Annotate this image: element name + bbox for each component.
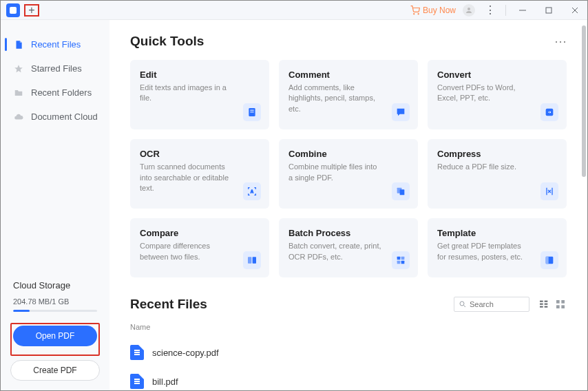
- svg-rect-8: [250, 110, 253, 111]
- svg-rect-28: [545, 304, 548, 305]
- svg-rect-30: [556, 300, 560, 304]
- search-icon: [459, 300, 467, 308]
- file-name: bill.pdf: [152, 377, 178, 387]
- cloud-storage-title: Cloud Storage: [13, 280, 97, 290]
- template-icon: [540, 251, 558, 269]
- tool-desc: Add comments, like highlights, pencil, s…: [288, 83, 382, 114]
- tool-template[interactable]: Template Get great PDF templates for res…: [428, 218, 567, 277]
- svg-rect-33: [561, 305, 565, 308]
- tool-desc: Convert PDFs to Word, Excel, PPT, etc.: [437, 83, 531, 104]
- maximize-button[interactable]: [539, 2, 558, 19]
- sidebar-item-label: Recent Folders: [31, 87, 92, 98]
- svg-rect-16: [397, 257, 401, 260]
- svg-rect-13: [400, 190, 405, 196]
- svg-rect-21: [546, 257, 549, 264]
- main-content: Quick Tools ⋯ Edit Edit texts and images…: [109, 20, 587, 390]
- close-button[interactable]: [565, 2, 585, 19]
- tool-title: Edit: [140, 70, 260, 80]
- quick-tools-grid: Edit Edit texts and images in a file. Co…: [130, 60, 567, 277]
- file-name: science-copy.pdf: [152, 348, 219, 358]
- tool-edit[interactable]: Edit Edit texts and images in a file.: [130, 60, 269, 129]
- compress-icon: [540, 182, 558, 200]
- app-logo-icon: [6, 3, 20, 17]
- svg-rect-15: [253, 257, 256, 263]
- svg-rect-14: [248, 257, 251, 263]
- tool-convert[interactable]: Convert Convert PDFs to Word, Excel, PPT…: [428, 60, 567, 129]
- tool-compare[interactable]: Compare Compare differences between two …: [130, 218, 269, 277]
- tool-title: Combine: [288, 149, 408, 159]
- tool-desc: Compare differences between two files.: [140, 241, 233, 262]
- batch-icon: [392, 251, 410, 269]
- minimize-button[interactable]: [513, 2, 532, 19]
- compare-icon: [243, 251, 261, 269]
- cloud-storage-usage: 204.78 MB/1 GB: [13, 297, 97, 306]
- tool-batch-process[interactable]: Batch Process Batch convert, create, pri…: [279, 218, 418, 277]
- svg-rect-25: [540, 304, 543, 305]
- more-menu-button[interactable]: ⋮: [482, 3, 498, 17]
- tool-desc: Get great PDF templates for resumes, pos…: [437, 241, 531, 262]
- column-header-name: Name: [130, 320, 567, 338]
- sidebar-item-label: Document Cloud: [31, 112, 98, 122]
- tool-ocr[interactable]: OCR Turn scanned documents into searchab…: [130, 139, 269, 209]
- search-input[interactable]: [470, 300, 525, 308]
- tool-desc: Batch convert, create, print, OCR PDFs, …: [288, 241, 382, 262]
- tool-desc: Turn scanned documents into searchable o…: [140, 162, 233, 193]
- buy-now-link[interactable]: Buy Now: [410, 6, 456, 15]
- folder-icon: [13, 88, 24, 98]
- cart-icon: [410, 6, 420, 15]
- sidebar: Recent Files Starred Files Recent Folder…: [1, 20, 109, 390]
- tool-desc: Reduce a PDF file size.: [437, 162, 531, 172]
- svg-line-23: [464, 306, 466, 308]
- tool-title: Convert: [437, 70, 557, 80]
- quick-tools-title: Quick Tools: [130, 34, 204, 49]
- pdf-file-icon: [130, 345, 144, 360]
- sidebar-item-document-cloud[interactable]: Document Cloud: [1, 105, 109, 129]
- scrollbar[interactable]: [582, 25, 586, 177]
- edit-icon: [243, 103, 261, 121]
- tool-title: Template: [437, 228, 557, 238]
- file-row[interactable]: science-copy.pdf: [130, 338, 567, 367]
- cloud-icon: [13, 112, 24, 122]
- tool-comment[interactable]: Comment Add comments, like highlights, p…: [279, 60, 418, 129]
- open-pdf-button[interactable]: Open PDF: [13, 326, 97, 346]
- convert-icon: [540, 103, 558, 121]
- file-row[interactable]: bill.pdf: [130, 367, 567, 390]
- tool-title: Compress: [437, 149, 557, 159]
- recent-files-title: Recent Files: [130, 297, 207, 312]
- tool-compress[interactable]: Compress Reduce a PDF file size.: [428, 139, 567, 209]
- tool-combine[interactable]: Combine Combine multiple files into a si…: [279, 139, 418, 209]
- tool-title: Compare: [140, 228, 260, 238]
- account-icon[interactable]: [463, 4, 475, 17]
- sidebar-item-recent-files[interactable]: Recent Files: [1, 32, 109, 56]
- sidebar-item-recent-folders[interactable]: Recent Folders: [1, 81, 109, 105]
- svg-text:A: A: [251, 189, 253, 193]
- list-view-button[interactable]: [538, 298, 550, 310]
- tool-title: Comment: [288, 70, 408, 80]
- comment-icon: [392, 103, 410, 121]
- grid-view-button[interactable]: [554, 298, 567, 310]
- divider: [505, 5, 506, 16]
- ocr-icon: A: [243, 182, 261, 200]
- create-pdf-button[interactable]: Create PDF: [10, 360, 100, 381]
- svg-rect-26: [540, 306, 543, 308]
- combine-icon: [392, 182, 410, 200]
- svg-point-2: [468, 8, 470, 10]
- quick-tools-more-button[interactable]: ⋯: [554, 34, 567, 49]
- cloud-storage-bar: [13, 310, 97, 312]
- star-icon: [13, 64, 24, 74]
- new-tab-button[interactable]: +: [24, 4, 39, 17]
- svg-rect-17: [401, 257, 405, 260]
- svg-rect-4: [546, 8, 552, 13]
- search-input-wrapper[interactable]: [454, 297, 529, 312]
- buy-now-label: Buy Now: [423, 6, 456, 15]
- file-icon: [13, 40, 24, 50]
- tool-title: OCR: [140, 149, 260, 159]
- tool-desc: Edit texts and images in a file.: [140, 83, 233, 104]
- sidebar-item-label: Starred Files: [31, 63, 82, 74]
- pdf-file-icon: [130, 374, 144, 389]
- svg-rect-18: [397, 261, 401, 264]
- svg-rect-31: [561, 300, 565, 304]
- cloud-storage-block: Cloud Storage 204.78 MB/1 GB: [1, 280, 109, 312]
- svg-rect-9: [250, 112, 253, 113]
- sidebar-item-starred-files[interactable]: Starred Files: [1, 56, 109, 81]
